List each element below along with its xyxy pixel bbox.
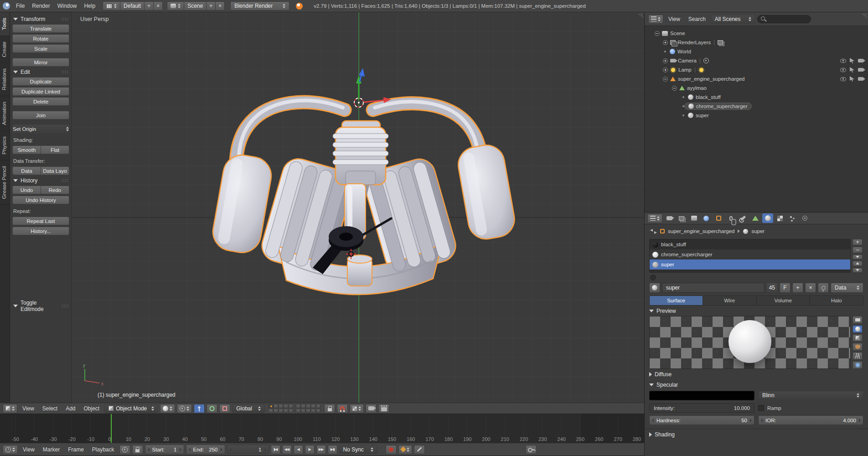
layer-toggle[interactable]: [289, 409, 293, 413]
join-button[interactable]: Join: [12, 111, 69, 119]
insert-keyframe-button[interactable]: [526, 445, 537, 454]
keying-set-selector[interactable]: [398, 445, 412, 454]
new-material-button[interactable]: +: [792, 283, 803, 293]
manipulator-rotate-button[interactable]: [207, 404, 217, 413]
selectable-icon[interactable]: [850, 76, 854, 82]
menu-file[interactable]: File: [13, 1, 28, 11]
material-link-selector[interactable]: Data: [831, 283, 863, 293]
mirror-button[interactable]: Mirror: [12, 58, 69, 67]
screen-layout-name[interactable]: Default: [120, 1, 145, 10]
transform-orientation-selector[interactable]: Global: [232, 404, 265, 413]
repeat-last-button[interactable]: Repeat Last: [12, 217, 69, 225]
end-frame-stepper[interactable]: End: 250: [186, 445, 225, 454]
outliner-row-black-stuff[interactable]: black_stuff: [645, 93, 868, 102]
lock-time-button[interactable]: [132, 445, 143, 454]
decrement-arrow-icon[interactable]: [148, 448, 150, 451]
properties-editor-type-button[interactable]: [647, 214, 662, 223]
outliner-row-scene[interactable]: Scene: [645, 29, 868, 38]
panel-grip-icon[interactable]: [61, 70, 68, 74]
layer-toggle[interactable]: [311, 409, 315, 413]
layer-toggle[interactable]: [269, 404, 273, 408]
type-tab-surface[interactable]: Surface: [649, 295, 703, 306]
panel-header-transform[interactable]: Transform: [12, 14, 69, 24]
layer-toggle[interactable]: [269, 409, 273, 413]
toolshelf-tab-relations[interactable]: Relations: [0, 63, 10, 96]
increment-arrow-icon[interactable]: [264, 448, 266, 451]
specular-intensity-slider[interactable]: Intensity: 10.000: [649, 403, 754, 413]
viewport-3d[interactable]: User Persp (1) super_engine_supercharged…: [72, 12, 644, 403]
layers-widget[interactable]: [269, 404, 320, 413]
material-slot-super[interactable]: super: [650, 259, 850, 269]
scene-close-button[interactable]: ×: [215, 1, 225, 10]
timeline-menu-marker[interactable]: Marker: [40, 445, 63, 455]
duplicate-linked-button[interactable]: Duplicate Linked: [12, 87, 69, 96]
preview-monkey-button[interactable]: [852, 343, 863, 351]
screen-layout-close-button[interactable]: ×: [153, 1, 163, 10]
viewport-menu-object[interactable]: Object: [81, 404, 103, 414]
shade-flat-button[interactable]: Flat: [41, 145, 69, 154]
outliner-row-world[interactable]: World: [645, 47, 868, 56]
viewport-menu-view[interactable]: View: [19, 404, 37, 414]
jump-prev-keyframe-button[interactable]: ◀◀: [282, 445, 292, 454]
layer-toggle[interactable]: [296, 404, 300, 408]
decrement-arrow-icon[interactable]: [761, 419, 763, 422]
viewport-shading-selector[interactable]: [160, 404, 175, 413]
timeline-ruler[interactable]: -50-40-30-20-100102030405060708090100110…: [0, 414, 644, 443]
scene-add-button[interactable]: +: [206, 1, 216, 10]
decrement-arrow-icon[interactable]: [652, 419, 654, 422]
outliner-menu-view[interactable]: View: [665, 14, 683, 24]
layer-toggle[interactable]: [301, 409, 305, 413]
toolshelf-tab-animation[interactable]: Animation: [0, 96, 10, 131]
tab-material[interactable]: [762, 213, 773, 223]
panel-header-diffuse[interactable]: Diffuse: [645, 369, 868, 379]
layer-toggle[interactable]: [284, 409, 288, 413]
snap-element-selector[interactable]: [350, 404, 364, 413]
tab-texture[interactable]: [775, 213, 785, 223]
shade-smooth-button[interactable]: Smooth: [12, 145, 41, 154]
remove-slot-button[interactable]: −: [852, 247, 863, 253]
render-restrict-icon[interactable]: [858, 59, 863, 62]
current-frame-field[interactable]: 1: [227, 445, 269, 454]
layer-toggle[interactable]: [316, 404, 320, 408]
layer-toggle[interactable]: [284, 404, 288, 408]
outliner-menu-search[interactable]: Search: [685, 14, 709, 24]
screen-layout-add-button[interactable]: +: [144, 1, 154, 10]
move-slot-down-button[interactable]: [852, 268, 863, 273]
tab-scene[interactable]: [688, 213, 699, 223]
hide-eye-icon[interactable]: [840, 59, 846, 63]
jump-to-start-button[interactable]: ▮◀: [271, 445, 280, 454]
sync-mode-selector[interactable]: No Sync: [339, 445, 377, 454]
panel-grip-icon[interactable]: [61, 179, 68, 182]
play-button[interactable]: ▶: [305, 445, 315, 454]
outliner-row-super[interactable]: super: [645, 111, 868, 120]
render-restrict-icon[interactable]: [858, 77, 863, 81]
jump-to-end-button[interactable]: ▶▮: [328, 445, 337, 454]
play-reverse-button[interactable]: ◀: [294, 445, 303, 454]
toolshelf-tab-grease-pencil[interactable]: Grease Pencil: [0, 161, 10, 205]
expand-toggle-icon[interactable]: [672, 86, 677, 91]
panel-header-history[interactable]: History: [12, 175, 69, 186]
timeline-menu-playback[interactable]: Playback: [89, 445, 118, 455]
translate-button[interactable]: Translate: [12, 24, 69, 33]
scene-browse-button[interactable]: [167, 1, 184, 10]
material-name-field[interactable]: super: [662, 283, 765, 293]
outliner-row-ayylmao[interactable]: ayylmao: [645, 83, 868, 93]
layer-toggle[interactable]: [279, 404, 283, 408]
expand-toggle-icon[interactable]: [663, 40, 668, 45]
layer-toggle[interactable]: [306, 404, 310, 408]
undo-history-button[interactable]: Undo History: [12, 196, 69, 204]
preview-sphere-button[interactable]: [852, 325, 863, 333]
outliner-row-super-engine[interactable]: super_engine_supercharged: [645, 74, 868, 83]
tab-world[interactable]: [701, 213, 712, 223]
preview-world-button[interactable]: [852, 361, 863, 369]
outliner-row-chrome-supercharger[interactable]: chrome_supercharger: [645, 102, 868, 111]
layer-toggle[interactable]: [311, 404, 315, 408]
lock-camera-button[interactable]: [324, 404, 335, 413]
timeline-menu-frame[interactable]: Frame: [65, 445, 87, 455]
tab-particles[interactable]: [787, 213, 798, 223]
decrement-arrow-icon[interactable]: [230, 448, 232, 451]
tab-render[interactable]: [664, 213, 675, 223]
redo-button[interactable]: Redo: [41, 186, 69, 194]
specular-shader-selector[interactable]: Blinn: [758, 391, 863, 400]
manipulator-translate-button[interactable]: [194, 404, 205, 413]
